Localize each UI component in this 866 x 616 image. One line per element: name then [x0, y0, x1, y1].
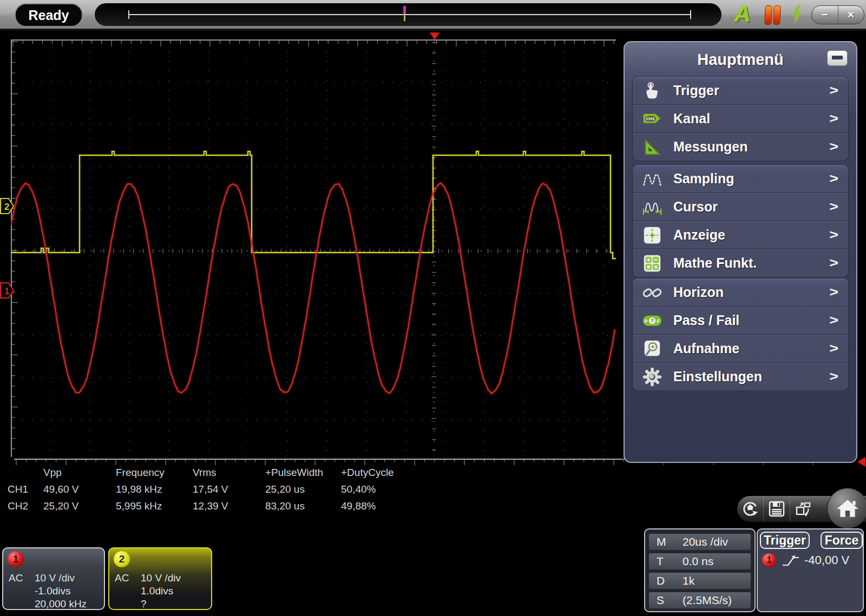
trigger-offset-row[interactable]: T 0.0 ns	[649, 553, 751, 569]
chevron-right-icon: >	[829, 313, 838, 328]
meas-cell: 19,98 kHz	[116, 481, 193, 498]
menu-item-horizon[interactable]: Horizon >	[633, 279, 848, 306]
meas-header: +DutyCycle	[341, 464, 422, 481]
menu-item-cursor[interactable]: Cursor >	[633, 193, 848, 221]
oscilloscope-app: Ready A − × 2 1 Vpp Frequency Vrms +	[0, 0, 866, 616]
menu-item-label: Trigger	[673, 83, 830, 98]
menu-item-einstellungen[interactable]: Einstellungen >	[633, 362, 848, 390]
menu-item-mathe-funkt[interactable]: Mathe Funkt. >	[633, 249, 848, 277]
meas-cell: 25,20 us	[265, 481, 341, 498]
slider-track	[128, 14, 691, 15]
chevron-right-icon: >	[829, 285, 838, 300]
ch2-position: 1.0divs	[141, 585, 173, 597]
svg-text:P: P	[645, 318, 648, 323]
measurement-table: Vpp Frequency Vrms +PulseWidth +DutyCycl…	[8, 464, 422, 514]
meas-cell: 12,39 V	[193, 498, 265, 514]
meas-cell: 5,995 kHz	[116, 498, 193, 514]
trigger-panel: Trigger Force 1 -40,00 V	[757, 528, 864, 612]
meas-row-label: CH1	[8, 481, 43, 498]
menu-item-pass-fail[interactable]: P F ? Pass / Fail >	[633, 306, 848, 334]
ch1-scale: 10 V /div	[35, 572, 75, 584]
meas-header: +PulseWidth	[265, 464, 341, 481]
svg-text:CH1: CH1	[646, 116, 655, 121]
memory-depth-row[interactable]: D 1k	[649, 573, 751, 589]
trigger-hand-icon	[640, 81, 665, 101]
menu-item-label: Pass / Fail	[673, 313, 830, 328]
trigger-position-thumb[interactable]	[403, 6, 406, 14]
channel2-info-box[interactable]: 2 AC 10 V /div 1.0divs ?	[108, 547, 212, 610]
home-icon[interactable]	[827, 488, 866, 529]
meas-header: Frequency	[116, 464, 193, 481]
menu-group-2: Sampling > Cursor >	[632, 164, 849, 277]
channel1-info-box[interactable]: 1 AC 10 V /div -1.0divs 20,000 kHz	[2, 547, 105, 610]
status-badge: Ready	[15, 3, 83, 27]
app-logo-icon: A	[734, 1, 751, 27]
close-button[interactable]: ×	[838, 6, 864, 24]
menu-item-messungen[interactable]: Messungen >	[633, 133, 848, 161]
menu-item-label: Kanal	[673, 111, 830, 127]
window-buttons: − ×	[811, 5, 864, 24]
main-menu-panel: Hauptmenü Trigger > CH1	[624, 41, 857, 463]
lightning-icon[interactable]	[790, 5, 804, 24]
minimize-button[interactable]: −	[812, 6, 838, 24]
menu-item-anzeige[interactable]: Anzeige >	[633, 221, 848, 249]
display-crosshair-icon	[640, 225, 665, 246]
trigger-button[interactable]: Trigger	[760, 532, 810, 549]
trigger-level-arrow-icon[interactable]	[857, 457, 865, 467]
chevron-right-icon: >	[829, 83, 838, 98]
ch2-position-marker[interactable]: 2	[0, 198, 14, 216]
ch1-frequency: 20,000 kHz	[35, 598, 87, 610]
meas-header: Vrms	[193, 464, 265, 481]
pause-icon[interactable]	[765, 5, 781, 24]
menu-item-aufnahme[interactable]: Aufnahme >	[633, 334, 848, 362]
sample-rate-row[interactable]: S (2.5MS/s)	[649, 592, 751, 608]
meas-cell: 83,20 us	[265, 498, 341, 514]
save-icon[interactable]	[763, 496, 790, 522]
chevron-right-icon: >	[829, 171, 838, 186]
measure-set-square-icon	[640, 137, 665, 157]
chevron-right-icon: >	[829, 369, 838, 384]
menu-item-kanal[interactable]: CH1 Kanal >	[633, 104, 848, 133]
trigger-position-arrow-icon[interactable]	[430, 32, 439, 40]
meas-cell: 17,54 V	[193, 481, 265, 498]
svg-text:2: 2	[4, 202, 9, 212]
slider-left-end-tick	[128, 10, 129, 19]
sampling-dotted-wave-icon	[640, 169, 665, 189]
record-magnifier-icon	[640, 339, 665, 359]
ch1-badge: 1	[8, 551, 24, 567]
collapse-menu-button[interactable]	[827, 50, 848, 66]
ch1-coupling: AC	[9, 572, 23, 584]
ch1-position: -1.0divs	[35, 585, 71, 597]
timebase-row[interactable]: M 20us /div	[649, 534, 751, 550]
ch1-position-marker[interactable]: 1	[0, 282, 14, 301]
menu-title: Hauptmenü	[625, 51, 856, 69]
meas-header: Vpp	[43, 464, 116, 481]
reset-view-home-icon[interactable]	[737, 496, 763, 522]
force-button[interactable]: Force	[821, 532, 863, 549]
menu-group-3: Horizon > P F ? Pass / Fail >	[632, 278, 849, 391]
menu-item-trigger[interactable]: Trigger >	[633, 77, 848, 104]
meas-cell: 50,40%	[341, 481, 422, 498]
menu-item-label: Cursor	[673, 199, 830, 215]
horizontal-position-slider[interactable]	[95, 3, 721, 26]
math-calculator-icon	[640, 253, 665, 274]
menu-item-label: Horizon	[673, 284, 830, 300]
cursor-wave-arrows-icon	[640, 197, 665, 217]
pass-fail-icon: P F ?	[640, 310, 665, 331]
menu-item-label: Aufnahme	[673, 341, 830, 356]
ch2-scale: 10 V /div	[141, 572, 181, 584]
svg-text:F: F	[657, 318, 660, 323]
chain-link-icon	[640, 282, 665, 303]
svg-text:?: ?	[651, 317, 654, 323]
menu-item-label: Sampling	[673, 171, 830, 187]
rising-edge-icon	[782, 554, 800, 570]
menu-item-sampling[interactable]: Sampling >	[633, 165, 848, 193]
chevron-right-icon: >	[829, 256, 838, 270]
slider-right-end-tick	[690, 10, 691, 19]
chevron-right-icon: >	[829, 111, 838, 126]
channel-ch1-tag-icon: CH1	[640, 109, 665, 129]
trigger-level-value: -40,00 V	[804, 553, 849, 567]
waveform-display[interactable]	[11, 39, 616, 457]
ch2-frequency: ?	[141, 598, 147, 610]
export-copy-icon[interactable]	[790, 496, 816, 522]
